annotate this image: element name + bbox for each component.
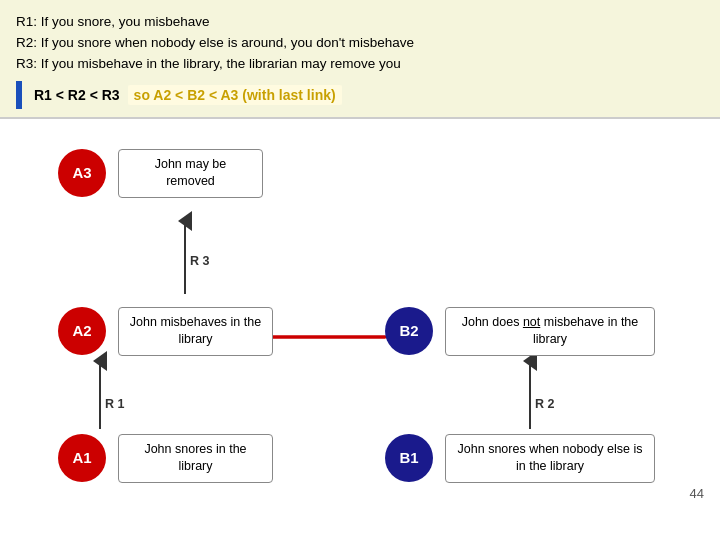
node-A2: A2 xyxy=(58,307,106,355)
rel-R2: R 2 xyxy=(535,397,554,411)
rel-R3: R 3 xyxy=(190,254,209,268)
node-A3: A3 xyxy=(58,149,106,197)
box-B1: John snores when nobody else is in the l… xyxy=(445,434,655,483)
summary-right: so A2 < B2 < A3 (with last link) xyxy=(128,85,342,105)
node-A1: A1 xyxy=(58,434,106,482)
rel-R1: R 1 xyxy=(105,397,124,411)
box-A3: John may be removed xyxy=(118,149,263,198)
box-A1: John snores in the library xyxy=(118,434,273,483)
header-summary: R1 < R2 < R3 so A2 < B2 < A3 (with last … xyxy=(16,81,704,109)
diagram-area: A3 John may be removed R 3 A2 John misbe… xyxy=(0,119,720,509)
blue-accent-icon xyxy=(16,81,22,109)
page-number: 44 xyxy=(690,486,704,501)
box-A2: John misbehaves in the library xyxy=(118,307,273,356)
node-B2: B2 xyxy=(385,307,433,355)
summary-left: R1 < R2 < R3 xyxy=(34,87,120,103)
rules-text: R1: If you snore, you misbehave R2: If y… xyxy=(16,12,704,75)
not-text: not xyxy=(523,315,540,329)
rule3: R3: If you misbehave in the library, the… xyxy=(16,54,704,75)
node-B1: B1 xyxy=(385,434,433,482)
rule1: R1: If you snore, you misbehave xyxy=(16,12,704,33)
box-B2: John does not misbehave in the library xyxy=(445,307,655,356)
header-section: R1: If you snore, you misbehave R2: If y… xyxy=(0,0,720,119)
rule2: R2: If you snore when nobody else is aro… xyxy=(16,33,704,54)
